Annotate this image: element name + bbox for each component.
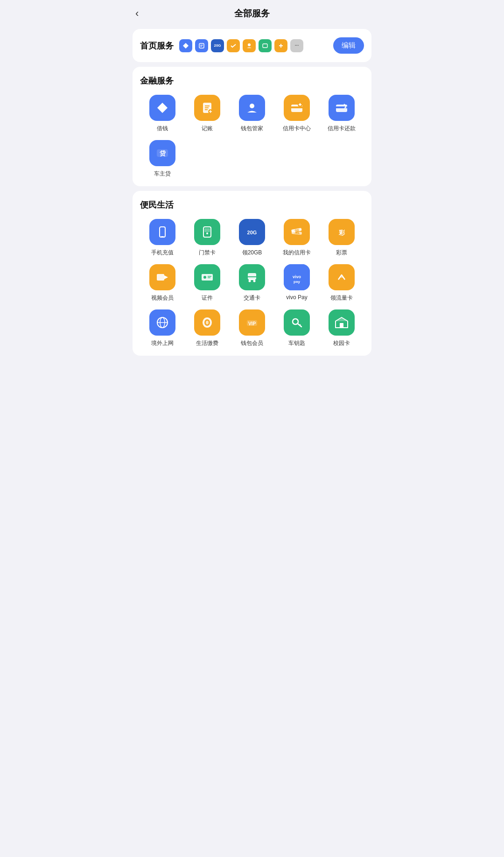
svg-rect-62 [340,323,343,328]
lottery-label: 彩票 [336,249,347,257]
global-net-label: 境外上网 [151,339,174,347]
campus-card-icon [329,309,355,336]
id-card-icon [194,264,220,290]
svg-point-39 [203,276,206,279]
car-loan-icon: 贷 [149,140,175,166]
back-button[interactable]: ‹ [135,7,139,20]
id-card-label: 证件 [202,294,213,302]
borrow-icon [149,95,175,121]
service-item-campus-card[interactable]: 校园卡 [319,309,364,347]
ledger-icon [194,95,220,121]
campus-card-label: 校园卡 [333,339,350,347]
svg-rect-5 [263,44,267,48]
life-pay-label: 生活缴费 [196,339,218,347]
wallet-icon [239,95,265,121]
lottery-icon: 彩 [329,219,355,245]
svg-marker-8 [157,103,168,113]
car-loan-label: 车主贷 [154,170,171,178]
life-grid: 手机充值 门禁卡 20G 领20GB [140,219,364,347]
service-item-vivo-pay[interactable]: vivo pay vivo Pay [274,264,319,302]
service-item-phone-recharge[interactable]: 手机充值 [140,219,185,257]
credit-center-icon [284,95,310,121]
service-item-ledger[interactable]: 记账 [185,95,230,133]
hp-icon-2 [195,39,208,52]
svg-marker-37 [164,275,168,279]
page-title: 全部服务 [234,7,270,20]
global-net-icon [149,309,175,336]
service-item-credit-center[interactable]: 信用卡中心 [274,95,319,133]
svg-point-4 [248,43,251,46]
hp-icon-4 [227,39,240,52]
svg-text:贷: 贷 [160,150,166,157]
svg-text:返: 返 [294,229,300,234]
my-credit-label: 我的信用卡 [283,249,311,257]
svg-rect-3 [200,46,202,46]
service-item-door-card[interactable]: 门禁卡 [185,219,230,257]
service-item-global-net[interactable]: 境外上网 [140,309,185,347]
get-20gb-icon: 20G [239,219,265,245]
edit-button[interactable]: 编辑 [333,37,364,54]
borrow-label: 借钱 [157,125,168,133]
service-item-video-member[interactable]: 视频会员 [140,264,185,302]
vivo-pay-icon: vivo pay [284,264,310,290]
service-item-flow-card[interactable]: 领流量卡 [319,264,364,302]
get-20gb-label: 领20GB [242,249,262,257]
svg-text:pay: pay [294,280,300,284]
homepage-title: 首页服务 [140,40,174,51]
service-item-lottery[interactable]: 彩 彩票 [319,219,364,257]
svg-point-45 [253,280,256,282]
door-card-label: 门禁卡 [199,249,216,257]
svg-rect-38 [202,274,213,281]
svg-point-16 [250,104,254,108]
homepage-row: 首页服务 20G ··· 编辑 [140,37,364,54]
svg-rect-36 [157,274,164,281]
hp-icon-5 [243,39,256,52]
life-services-card: 便民生活 手机充值 门禁卡 [133,191,371,356]
svg-marker-63 [336,317,348,321]
service-item-wallet[interactable]: 钱包管家 [230,95,274,133]
service-item-life-pay[interactable]: 生活缴费 [185,309,230,347]
svg-marker-0 [183,43,189,49]
video-member-icon [149,264,175,290]
header: ‹ 全部服务 [126,0,378,24]
homepage-icons-area: 首页服务 20G ··· [140,39,303,52]
vivo-pay-label: vivo Pay [286,294,307,301]
service-item-car-loan[interactable]: 贷 车主贷 [140,140,185,178]
hp-icon-7 [274,39,287,52]
service-item-my-credit[interactable]: 返 我的信用卡 [274,219,319,257]
svg-text:彩: 彩 [338,229,345,236]
service-item-car-key[interactable]: 车钥匙 [274,309,319,347]
flow-card-icon [329,264,355,290]
my-credit-icon: 返 [284,219,310,245]
service-item-wallet-vip[interactable]: VIP 钱包会员 [230,309,274,347]
life-pay-icon [194,309,220,336]
finance-services-card: 金融服务 借钱 记账 [133,67,371,186]
svg-point-30 [206,232,208,234]
svg-rect-2 [200,45,203,45]
credit-center-label: 信用卡中心 [283,125,311,133]
service-item-borrow[interactable]: 借钱 [140,95,185,133]
finance-title: 金融服务 [140,75,364,86]
service-item-get-20gb[interactable]: 20G 领20GB [230,219,274,257]
phone-recharge-label: 手机充值 [151,249,174,257]
video-member-label: 视频会员 [151,294,174,302]
service-item-credit-repay[interactable]: 信用卡还款 [319,95,364,133]
svg-point-55 [206,321,209,324]
svg-rect-26 [160,227,165,237]
wallet-vip-label: 钱包会员 [241,339,263,347]
credit-repay-label: 信用卡还款 [328,125,356,133]
hp-icon-3: 20G [211,39,224,52]
finance-grid: 借钱 记账 [140,95,364,178]
ledger-label: 记账 [202,125,213,133]
service-item-id-card[interactable]: 证件 [185,264,230,302]
hp-icon-1 [179,39,192,52]
life-title: 便民生活 [140,199,364,211]
hp-icon-more: ··· [290,39,303,52]
wallet-vip-icon: VIP [239,309,265,336]
service-item-transit[interactable]: 交通卡 [230,264,274,302]
wallet-label: 钱包管家 [241,125,263,133]
svg-text:VIP: VIP [248,321,256,326]
svg-text:20G: 20G [247,230,257,235]
hp-icon-6 [259,39,272,52]
car-key-icon [284,309,310,336]
